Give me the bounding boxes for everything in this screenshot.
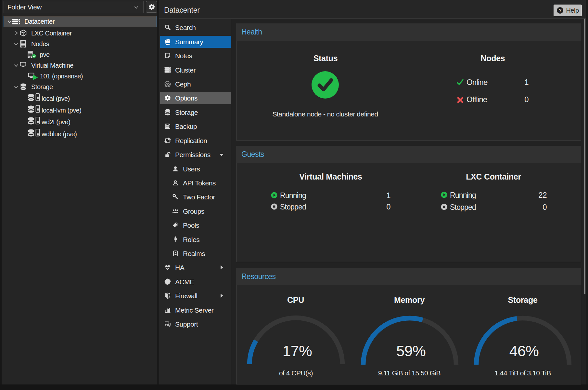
svg-text:?: ?	[559, 7, 562, 13]
